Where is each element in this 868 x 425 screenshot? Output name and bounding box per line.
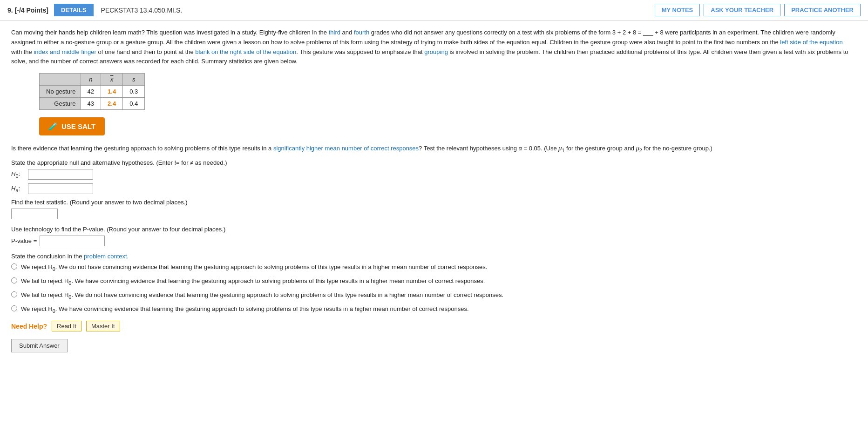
- hypothesis-question-text: Is there evidence that learning the gest…: [11, 144, 855, 155]
- test-stat-label: Find the test statistic. (Round your ans…: [11, 199, 855, 206]
- row-mean: 2.4: [101, 98, 123, 110]
- radio-group: We reject H0. We do not have convincing …: [11, 263, 855, 314]
- radio-item: We reject H0. We do not have convincing …: [11, 263, 855, 273]
- question-id: PECKSTAT3 13.4.050.MI.S.: [101, 7, 183, 14]
- h0-input[interactable]: [28, 169, 93, 180]
- conclusion-highlight: problem context: [84, 253, 127, 260]
- use-salt-button[interactable]: 🧪 USE SALT: [39, 117, 105, 135]
- radio-option-4[interactable]: [11, 305, 17, 311]
- radio-option-1[interactable]: [11, 263, 17, 270]
- table-row: No gesture 42 1.4 0.3: [40, 86, 145, 98]
- radio-label-4: We reject H0. We have convincing evidenc…: [21, 304, 469, 315]
- need-help-section: Need Help? Read It Master It: [11, 321, 855, 331]
- my-notes-button[interactable]: MY NOTES: [655, 4, 700, 16]
- conclusion-label: State the conclusion in the problem cont…: [11, 253, 855, 260]
- summary-table: n x s No gesture 42 1.4 0.3 Gesture 43 2…: [39, 73, 145, 110]
- header-bar: 9. [-/4 Points] DETAILS PECKSTAT3 13.4.0…: [0, 0, 868, 20]
- table-row: Gesture 43 2.4 0.4: [40, 98, 145, 110]
- details-button[interactable]: DETAILS: [54, 4, 94, 16]
- intro-highlight-third: third: [329, 29, 340, 36]
- radio-option-2[interactable]: [11, 277, 17, 283]
- practice-another-button[interactable]: PRACTICE ANOTHER: [784, 4, 861, 16]
- pvalue-equals-label: P-value =: [11, 237, 37, 244]
- h0-label: H0:: [11, 170, 24, 179]
- intro-highlight-index: index and middle finger: [34, 48, 96, 55]
- header-actions: MY NOTES ASK YOUR TEACHER PRACTICE ANOTH…: [655, 4, 861, 16]
- hyp-highlight-significantly: significantly higher mean number of corr…: [273, 145, 419, 152]
- table-header-mean: x: [101, 74, 123, 86]
- radio-label-1: We reject H0. We do not have convincing …: [21, 263, 487, 273]
- intro-highlight-fourth: fourth: [354, 29, 369, 36]
- radio-item: We fail to reject H0. We have convincing…: [11, 277, 855, 287]
- radio-option-3[interactable]: [11, 291, 17, 297]
- table-header-empty: [40, 74, 81, 86]
- ha-input[interactable]: [28, 183, 93, 194]
- intro-text: Can moving their hands help children lea…: [11, 28, 855, 67]
- master-it-button[interactable]: Master It: [86, 321, 120, 331]
- submit-answer-button[interactable]: Submit Answer: [11, 339, 68, 352]
- row-s: 0.3: [123, 86, 145, 98]
- ha-row: Ha:: [11, 183, 855, 194]
- salt-icon: 🧪: [48, 122, 58, 131]
- use-salt-label: USE SALT: [61, 122, 95, 130]
- radio-item: We reject H0. We have convincing evidenc…: [11, 304, 855, 315]
- content-area: Can moving their hands help children lea…: [0, 20, 866, 360]
- pvalue-row: P-value =: [11, 236, 855, 246]
- pvalue-label: Use technology to find the P-value. (Rou…: [11, 226, 855, 233]
- intro-highlight-blank: blank on the right side of the equation: [195, 48, 296, 55]
- state-hypotheses-label: State the appropriate null and alternati…: [11, 159, 855, 166]
- radio-item: We fail to reject H0. We do not have con…: [11, 290, 855, 301]
- hypothesis-section: H0: Ha:: [11, 169, 855, 194]
- question-number: 9. [-/4 Points]: [7, 7, 48, 14]
- radio-label-3: We fail to reject H0. We do not have con…: [21, 290, 503, 301]
- row-s: 0.4: [123, 98, 145, 110]
- test-stat-input[interactable]: [11, 209, 58, 219]
- table-header-s: s: [123, 74, 145, 86]
- row-n: 42: [81, 86, 101, 98]
- h0-row: H0:: [11, 169, 855, 180]
- pvalue-input[interactable]: [40, 236, 105, 246]
- ask-teacher-button[interactable]: ASK YOUR TEACHER: [704, 4, 780, 16]
- row-label: Gesture: [40, 98, 81, 110]
- ha-label: Ha:: [11, 185, 24, 193]
- table-header-n: n: [81, 74, 101, 86]
- row-n: 43: [81, 98, 101, 110]
- read-it-button[interactable]: Read It: [52, 321, 81, 331]
- intro-highlight-grouping: grouping: [424, 48, 448, 55]
- row-mean: 1.4: [101, 86, 123, 98]
- radio-label-2: We fail to reject H0. We have convincing…: [21, 277, 485, 287]
- intro-highlight-left: left side of the equation: [780, 39, 842, 46]
- need-help-label: Need Help?: [11, 323, 47, 330]
- row-label: No gesture: [40, 86, 81, 98]
